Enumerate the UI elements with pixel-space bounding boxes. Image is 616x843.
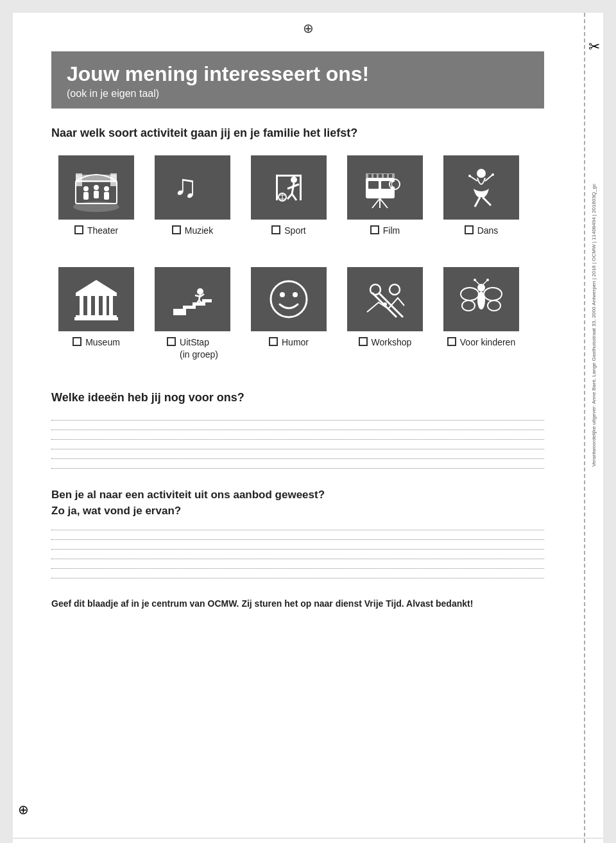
workshop-label-text: Workshop [372,336,412,348]
museum-label[interactable]: Museum [73,336,120,348]
activity-muziek: ♫ Muziek [148,155,237,236]
crosshair-mark: ⊕ [303,21,314,36]
svg-marker-48 [76,280,117,293]
svg-line-20 [294,184,299,186]
svg-point-63 [197,288,203,295]
svg-point-29 [392,182,397,187]
svg-point-71 [293,292,298,297]
dotted-line [51,449,544,449]
circle-mark-left: ⊕ [18,802,29,817]
svg-rect-60 [183,309,186,312]
svg-rect-13 [300,175,302,200]
film-icon [359,162,411,213]
question-3: Ben je al naar een activiteit uit ons aa… [51,487,544,519]
header-banner: Jouw mening interesseert ons! (ook in je… [51,51,544,109]
svg-point-70 [280,292,285,297]
humor-checkbox[interactable] [269,337,278,346]
svg-point-15 [291,177,297,183]
svg-rect-52 [103,296,107,315]
voor-kinderen-label-text: Voor kinderen [460,336,515,348]
dotted-line [51,530,544,530]
voor-kinderen-checkbox[interactable] [447,337,456,346]
svg-rect-61 [193,306,196,309]
cut-line: ✂ Verantwoordelijke uitgever: Anne Baré,… [584,13,603,843]
muziek-icon-box: ♫ [155,155,230,220]
dans-icon-box [443,155,519,220]
uitstap-icon [167,274,218,325]
svg-line-42 [470,176,477,181]
muziek-checkbox[interactable] [172,225,181,234]
workshop-checkbox[interactable] [359,337,368,346]
dotted-line [51,468,544,469]
activity-grid-row1: Theater ♫ Muziek [51,155,544,249]
svg-line-30 [372,198,380,208]
uitstap-checkbox[interactable] [167,337,176,346]
museum-checkbox[interactable] [73,337,81,346]
svg-rect-55 [173,312,186,315]
dotted-line [51,430,544,430]
svg-rect-37 [384,174,387,178]
svg-rect-53 [109,296,113,315]
question-2: Welke ideeën heb jij nog voor ons? [51,391,544,404]
svg-point-2 [83,186,89,191]
svg-rect-35 [373,174,377,178]
svg-rect-26 [368,181,379,189]
svg-rect-38 [389,174,392,178]
svg-line-41 [483,197,491,205]
svg-point-4 [94,185,99,190]
film-label[interactable]: Film [370,225,400,236]
svg-line-17 [287,194,292,199]
museum-icon [71,274,122,325]
svg-point-81 [488,300,501,311]
page: ⊕ ⊕ ✂ Verantwoordelijke uitgever: Anne B… [13,13,603,843]
dotted-line [51,539,544,540]
museum-label-text: Museum [85,336,120,348]
svg-point-88 [491,291,495,295]
page-title: Jouw mening interesseert ons! [67,63,529,85]
activity-film: Film [340,155,430,236]
activity-grid-row2: Museum [51,267,544,372]
activity-museum: Museum [51,267,141,360]
sport-checkbox[interactable] [271,225,280,234]
dotted-line [51,559,544,559]
uitstap-label[interactable]: UitStap(in groep) [167,336,218,360]
svg-text:♫: ♫ [173,168,198,204]
svg-line-40 [475,197,480,207]
svg-rect-57 [183,306,193,309]
question-1: Naar welk soort activiteit gaan jij en j… [51,126,544,140]
humor-icon-box [251,267,327,331]
svg-line-32 [380,198,388,208]
voor-kinderen-label[interactable]: Voor kinderen [447,336,515,348]
svg-line-16 [292,183,294,194]
humor-icon [263,274,314,325]
svg-point-86 [486,279,489,281]
film-checkbox[interactable] [370,225,379,234]
dotted-line [51,549,544,550]
dans-checkbox[interactable] [465,225,474,234]
svg-rect-36 [379,174,382,178]
theater-label[interactable]: Theater [74,225,118,236]
activity-dans: Dans [436,155,526,236]
humor-label[interactable]: Humor [269,336,309,348]
main-content: Jouw mening interesseert ons! (ook in je… [13,13,583,838]
svg-line-18 [292,194,296,200]
dotted-lines-2 [51,530,544,578]
dotted-line [51,578,544,578]
svg-rect-54 [74,317,118,320]
dans-label[interactable]: Dans [465,225,499,236]
svg-rect-12 [276,175,278,200]
theater-checkbox[interactable] [74,225,83,234]
svg-point-85 [474,279,476,281]
svg-point-45 [492,173,494,176]
dotted-lines-1 [51,420,544,469]
muziek-label[interactable]: Muziek [172,225,213,236]
workshop-icon [359,274,411,325]
dans-icon [456,162,507,213]
svg-rect-59 [202,299,212,302]
sport-label[interactable]: Sport [271,225,305,236]
svg-rect-47 [76,293,117,296]
humor-label-text: Humor [282,336,309,348]
voor-kinderen-icon [456,274,507,325]
page-subtitle: (ook in je eigen taal) [67,88,529,100]
workshop-label[interactable]: Workshop [359,336,412,348]
